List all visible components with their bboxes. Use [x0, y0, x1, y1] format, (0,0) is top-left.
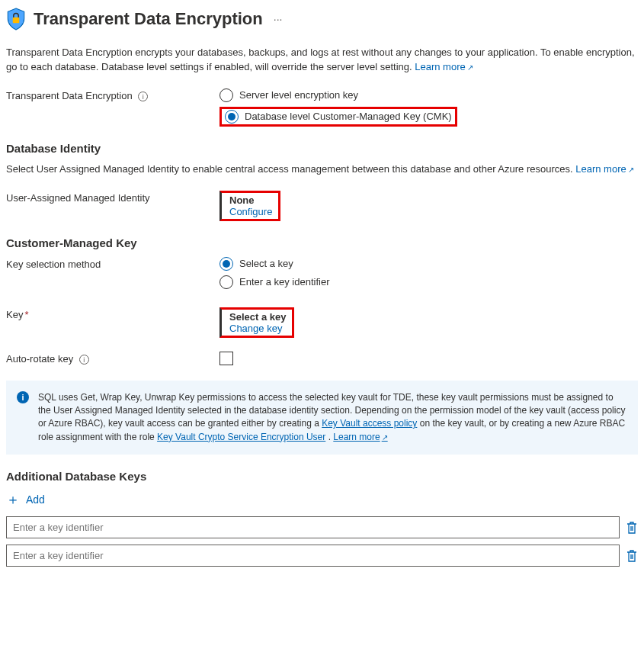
db-identity-desc-text: Select User Assigned Managed Identity to… — [6, 163, 573, 175]
intro-text: Transparent Data Encryption encrypts you… — [6, 47, 635, 72]
plus-icon: ＋ — [6, 490, 20, 509]
intro-learn-more-link[interactable]: Learn more↗ — [415, 61, 473, 72]
section-database-identity: Database Identity — [6, 142, 638, 155]
db-identity-description: Select User Assigned Managed Identity to… — [6, 162, 638, 177]
tde-label: Transparent Data Encryption i — [6, 88, 219, 101]
banner-learn-more-link[interactable]: Learn more↗ — [333, 432, 387, 442]
more-actions-button[interactable]: ··· — [274, 13, 283, 25]
radio-icon-selected — [225, 110, 239, 124]
info-icon[interactable]: i — [138, 92, 148, 101]
uami-label: User-Assigned Managed Identity — [6, 191, 219, 204]
required-asterisk: * — [24, 309, 28, 320]
page-title: Transparent Data Encryption — [34, 9, 263, 29]
add-label: Add — [26, 493, 45, 506]
info-banner: i SQL uses Get, Wrap Key, Unwrap Key per… — [6, 381, 638, 455]
key-identifier-row — [6, 516, 638, 538]
change-key-link[interactable]: Change key — [229, 323, 282, 334]
intro-description: Transparent Data Encryption encrypts you… — [6, 46, 638, 75]
db-identity-learn-more-link[interactable]: Learn more↗ — [575, 163, 633, 175]
trash-icon — [626, 521, 638, 535]
autorotate-field: Auto-rotate key i — [6, 352, 638, 365]
highlight-change-key: Select a key Change key — [219, 307, 294, 338]
autorotate-checkbox[interactable] — [219, 352, 233, 365]
key-identifier-input[interactable] — [6, 545, 620, 567]
key-selection-field: Key selection method Select a key Enter … — [6, 257, 638, 294]
key-identifier-input[interactable] — [6, 516, 620, 538]
highlight-cmk-option: Database level Customer-Managed Key (CMK… — [219, 107, 457, 127]
section-additional-keys: Additional Database Keys — [6, 470, 638, 483]
uami-field: User-Assigned Managed Identity None Conf… — [6, 191, 638, 221]
radio-select-key[interactable]: Select a key — [219, 257, 638, 271]
external-link-icon: ↗ — [382, 433, 388, 442]
uami-value: None — [229, 194, 272, 206]
key-field: Key* Select a key Change key — [6, 307, 638, 338]
radio-enter-identifier[interactable]: Enter a key identifier — [219, 275, 638, 289]
page-header: Transparent Data Encryption ··· — [6, 8, 638, 31]
autorotate-label: Auto-rotate key i — [6, 352, 219, 365]
key-selection-label: Key selection method — [6, 257, 219, 270]
radio-server-label: Server level encryption key — [239, 89, 358, 101]
kv-crypto-user-link[interactable]: Key Vault Crypto Service Encryption User — [157, 432, 325, 442]
tde-encryption-field: Transparent Data Encryption i Server lev… — [6, 88, 638, 127]
radio-icon — [219, 88, 233, 102]
radio-db-cmk[interactable]: Database level Customer-Managed Key (CMK… — [225, 110, 452, 124]
external-link-icon: ↗ — [467, 63, 473, 72]
radio-db-cmk-label: Database level Customer-Managed Key (CMK… — [245, 111, 452, 122]
external-link-icon: ↗ — [628, 165, 634, 174]
delete-key-button[interactable] — [626, 549, 638, 563]
radio-icon — [219, 275, 233, 289]
key-identifier-row — [6, 545, 638, 567]
radio-enter-identifier-label: Enter a key identifier — [239, 276, 330, 288]
delete-key-button[interactable] — [626, 521, 638, 535]
info-banner-icon: i — [17, 391, 29, 403]
key-label: Key* — [6, 307, 219, 320]
add-key-button[interactable]: ＋ Add — [6, 490, 638, 509]
radio-icon-selected — [219, 257, 233, 271]
key-vault-policy-link[interactable]: Key Vault access policy — [322, 418, 417, 429]
key-value: Select a key — [229, 311, 286, 323]
info-icon[interactable]: i — [79, 355, 89, 365]
trash-icon — [626, 549, 638, 563]
configure-link[interactable]: Configure — [229, 206, 272, 217]
section-cmk: Customer-Managed Key — [6, 236, 638, 249]
radio-server-level-key[interactable]: Server level encryption key — [219, 88, 638, 102]
shield-lock-icon — [6, 8, 26, 31]
radio-select-key-label: Select a key — [239, 258, 293, 269]
highlight-configure: None Configure — [219, 191, 280, 221]
svg-rect-0 — [13, 18, 20, 24]
